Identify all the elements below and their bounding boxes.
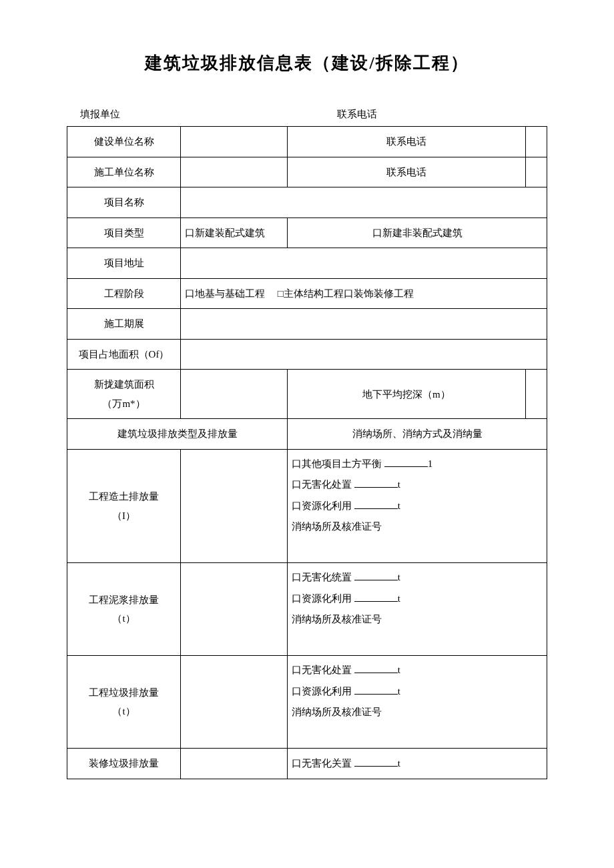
construction-period-value[interactable] [181, 309, 547, 340]
blank-line[interactable] [354, 592, 398, 602]
mud-opt2-suffix: t [398, 593, 400, 604]
emission-type-header: 建筑垃圾排放类型及排放量 [67, 419, 288, 450]
project-stage-opts[interactable]: 口地基与基础工程 □主体结构工程口装饰装修工程 [181, 278, 547, 309]
page-title: 建筑垃圾排放信息表（建设/拆除工程） [67, 51, 547, 75]
blank-line[interactable] [354, 478, 398, 488]
waste-emission-value[interactable] [181, 656, 288, 749]
mud-opt3-text: 消纳场所及核准证号 [292, 614, 382, 624]
waste-disposal[interactable]: 口无害化处置 t 口资源化利用 t 消纳场所及核准证号 [288, 656, 547, 749]
new-building-area-value[interactable] [181, 370, 288, 419]
avg-depth-value[interactable] [525, 370, 547, 419]
waste-emission-label: 工程垃圾排放量 （t） [67, 656, 181, 749]
new-building-area-label-l2: （万m*） [102, 398, 145, 409]
mud-emission-label: 工程泥浆排放量 （t） [67, 563, 181, 656]
row-project-address: 项目地址 [67, 248, 547, 279]
soil-emission-label-l2: （I） [112, 510, 135, 521]
row-new-building-area: 新拢建筑面积 （万m*） 地下平均挖深（m） [67, 370, 547, 419]
blank-line[interactable] [354, 685, 398, 695]
waste-opt1-text: 口无害化处置 [292, 665, 354, 675]
construction-period-label: 施工期展 [67, 309, 181, 340]
soil-opt1-text: 口其他项目土方平衡 [292, 458, 384, 469]
waste-opt3-text: 消纳场所及核准证号 [292, 707, 382, 717]
construction-unit-contact-value[interactable] [525, 157, 547, 187]
build-unit-value[interactable] [181, 127, 288, 157]
land-area-label: 项目占地面积（Of） [67, 339, 181, 370]
mud-opt2-text: 口资源化利用 [292, 593, 354, 604]
blank-line[interactable] [354, 570, 398, 580]
soil-opt2-suffix: t [398, 479, 400, 490]
mud-opt1-text: 口无害化统置 [292, 572, 354, 582]
project-name-value[interactable] [181, 187, 547, 218]
row-land-area: 项目占地面积（Of） [67, 339, 547, 370]
project-stage-label: 工程阶段 [67, 278, 181, 309]
header-line: 填报单位 联系电话 [67, 108, 547, 126]
soil-emission-value[interactable] [181, 449, 288, 563]
new-building-area-label-l1: 新拢建筑面积 [94, 379, 154, 390]
soil-opt4-text: 消纳场所及核准证号 [292, 521, 382, 532]
blank-line[interactable] [354, 499, 398, 509]
decoration-disposal[interactable]: 口无害化关置 t [288, 749, 547, 779]
construction-unit-contact-label: 联系电话 [288, 157, 526, 187]
row-soil-emission: 工程造土排放量 （I） 口其他项目土方平衡 1 口无害化处置 t 口资源化利用 … [67, 449, 547, 563]
soil-emission-label-l1: 工程造土排放量 [89, 491, 159, 502]
waste-opt2-text: 口资源化利用 [292, 686, 354, 697]
row-project-name: 项目名称 [67, 187, 547, 218]
avg-depth-label: 地下平均挖深（m） [288, 370, 526, 419]
blank-line[interactable] [354, 663, 398, 673]
row-decoration-emission: 装修垃圾排放量 口无害化关置 t [67, 749, 547, 779]
header-contact-label: 联系电话 [284, 108, 541, 121]
decoration-opt1-suffix: t [398, 758, 400, 769]
mud-emission-label-l2: （t） [112, 613, 135, 624]
blank-line[interactable] [384, 457, 428, 467]
row-waste-emission: 工程垃圾排放量 （t） 口无害化处置 t 口资源化利用 t 消纳场所及核准证号 [67, 656, 547, 749]
mud-emission-value[interactable] [181, 563, 288, 656]
blank-line[interactable] [354, 757, 398, 767]
mud-disposal[interactable]: 口无害化统置 t 口资源化利用 t 消纳场所及核准证号 [288, 563, 547, 656]
soil-opt3-text: 口资源化利用 [292, 500, 354, 511]
soil-disposal[interactable]: 口其他项目土方平衡 1 口无害化处置 t 口资源化利用 t 消纳场所及核准证号 [288, 449, 547, 563]
row-construction-unit: 施工单位名称 联系电话 [67, 157, 547, 187]
project-name-label: 项目名称 [67, 187, 181, 218]
decoration-emission-value[interactable] [181, 749, 288, 779]
land-area-value[interactable] [181, 339, 547, 370]
soil-opt1-suffix: 1 [428, 458, 433, 469]
row-project-type: 项目类型 口新建装配式建筑 口新建非装配式建筑 [67, 218, 547, 248]
project-type-opt1[interactable]: 口新建装配式建筑 [181, 218, 288, 248]
reporting-unit-label: 填报单位 [80, 108, 284, 121]
new-building-area-label: 新拢建筑面积 （万m*） [67, 370, 181, 419]
project-address-label: 项目地址 [67, 248, 181, 279]
decoration-emission-label: 装修垃圾排放量 [67, 749, 181, 779]
project-type-label: 项目类型 [67, 218, 181, 248]
mud-opt1-suffix: t [398, 572, 400, 582]
mud-emission-label-l1: 工程泥浆排放量 [89, 594, 159, 605]
decoration-opt1-text: 口无害化关置 [292, 758, 354, 769]
form-table: 健设单位名称 联系电话 施工单位名称 联系电话 项目名称 项目类型 口新建装配式… [67, 126, 547, 779]
waste-opt1-suffix: t [398, 665, 400, 675]
soil-opt3-suffix: t [398, 500, 400, 511]
row-build-unit: 健设单位名称 联系电话 [67, 127, 547, 157]
waste-emission-label-l2: （t） [112, 706, 135, 717]
disposal-header: 消纳场所、消纳方式及消纳量 [288, 419, 547, 450]
soil-opt2-text: 口无害化处置 [292, 479, 354, 490]
waste-emission-label-l1: 工程垃圾排放量 [89, 687, 159, 698]
row-mud-emission: 工程泥浆排放量 （t） 口无害化统置 t 口资源化利用 t 消纳场所及核准证号 [67, 563, 547, 656]
project-type-opt2[interactable]: 口新建非装配式建筑 [288, 218, 547, 248]
construction-unit-label: 施工单位名称 [67, 157, 181, 187]
build-unit-label: 健设单位名称 [67, 127, 181, 157]
row-project-stage: 工程阶段 口地基与基础工程 □主体结构工程口装饰装修工程 [67, 278, 547, 309]
row-construction-period: 施工期展 [67, 309, 547, 340]
build-unit-contact-value[interactable] [525, 127, 547, 157]
soil-emission-label: 工程造土排放量 （I） [67, 449, 181, 563]
project-address-value[interactable] [181, 248, 547, 279]
waste-opt2-suffix: t [398, 686, 400, 697]
build-unit-contact-label: 联系电话 [288, 127, 526, 157]
row-section-headers: 建筑垃圾排放类型及排放量 消纳场所、消纳方式及消纳量 [67, 419, 547, 450]
construction-unit-value[interactable] [181, 157, 288, 187]
